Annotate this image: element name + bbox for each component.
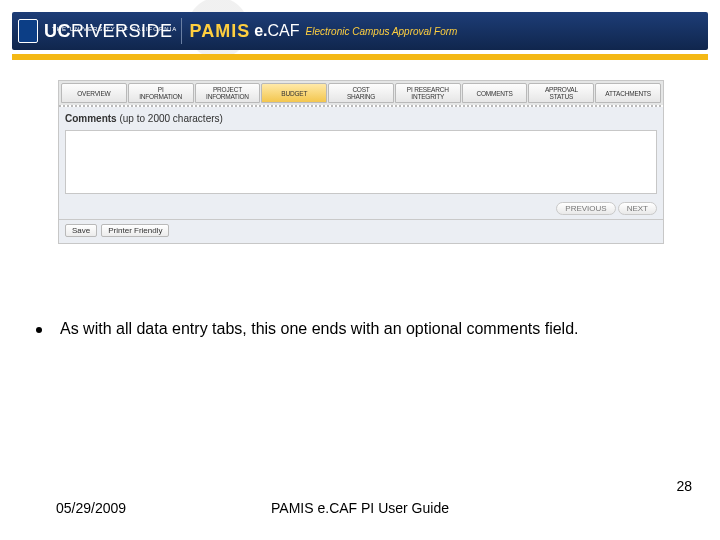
next-button[interactable]: NEXT <box>618 202 657 215</box>
panel-separator <box>59 219 663 220</box>
footer-title: PAMIS e.CAF PI User Guide <box>0 500 720 516</box>
uc-shield-icon <box>18 19 38 43</box>
previous-button[interactable]: PREVIOUS <box>556 202 615 215</box>
comments-label: Comments <box>65 113 117 124</box>
tab-project-information[interactable]: PROJECT INFORMATION <box>195 83 261 103</box>
save-button[interactable]: Save <box>65 224 97 237</box>
bullet-text: As with all data entry tabs, this one en… <box>60 320 579 338</box>
tab-pi-research-integrity[interactable]: PI RESEARCH INTEGRITY <box>395 83 461 103</box>
tab-pi-information[interactable]: PI INFORMATION <box>128 83 194 103</box>
ucriverside-logo: THE UNIVERSITY OF CALIFORNIA UCRIVERSIDE <box>12 19 173 43</box>
header-divider <box>181 18 182 44</box>
gold-accent-stripe <box>12 54 708 60</box>
header-bar: THE UNIVERSITY OF CALIFORNIA UCRIVERSIDE… <box>12 12 708 50</box>
app-screenshot: OVERVIEW PI INFORMATION PROJECT INFORMAT… <box>58 80 664 244</box>
tab-budget[interactable]: BUDGET <box>261 83 327 103</box>
slide-header: UCR THE UNIVERSITY OF CALIFORNIA UCRIVER… <box>0 0 720 56</box>
comments-section-heading: Comments (up to 2000 characters) <box>59 107 663 128</box>
ecaf-subtitle: Electronic Campus Approval Form <box>306 26 458 37</box>
tab-attachments[interactable]: ATTACHMENTS <box>595 83 661 103</box>
tab-approval-status[interactable]: APPROVAL STATUS <box>528 83 594 103</box>
tab-cost-sharing[interactable]: COST SHARING <box>328 83 394 103</box>
page-number: 28 <box>676 478 692 494</box>
tab-overview[interactable]: OVERVIEW <box>61 83 127 103</box>
tab-comments[interactable]: COMMENTS <box>462 83 528 103</box>
comments-hint: (up to 2000 characters) <box>119 113 222 124</box>
comments-textarea[interactable] <box>65 130 657 194</box>
nav-buttons: PREVIOUS NEXT <box>59 202 663 219</box>
pamis-logo-text: PAMIS <box>190 21 251 42</box>
ecaf-logo-text: e.CAF <box>254 22 299 40</box>
tab-bar: OVERVIEW PI INFORMATION PROJECT INFORMAT… <box>59 81 663 105</box>
printer-friendly-button[interactable]: Printer Friendly <box>101 224 169 237</box>
bottom-buttons: Save Printer Friendly <box>59 224 663 243</box>
slide-bullet: As with all data entry tabs, this one en… <box>36 320 690 338</box>
bullet-dot-icon <box>36 327 42 333</box>
univ-of-california-label: THE UNIVERSITY OF CALIFORNIA <box>52 26 177 32</box>
